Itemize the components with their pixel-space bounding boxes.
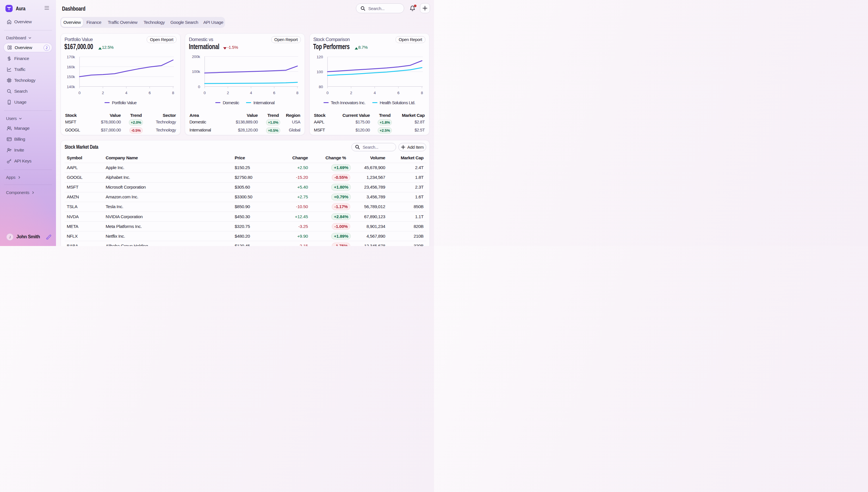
svg-text:6: 6 xyxy=(273,91,275,95)
svg-text:4: 4 xyxy=(250,91,252,95)
svg-text:4: 4 xyxy=(373,91,376,95)
svg-text:4: 4 xyxy=(125,91,127,95)
svg-text:6: 6 xyxy=(397,91,399,95)
svg-text:200k: 200k xyxy=(192,54,200,58)
svg-text:2: 2 xyxy=(350,91,352,95)
svg-text:150k: 150k xyxy=(67,75,75,79)
svg-text:170k: 170k xyxy=(67,55,75,59)
svg-text:8: 8 xyxy=(172,91,174,95)
svg-text:0: 0 xyxy=(326,91,328,95)
svg-text:160k: 160k xyxy=(67,65,75,69)
svg-text:0: 0 xyxy=(78,91,80,95)
svg-text:100k: 100k xyxy=(192,70,200,74)
svg-text:8: 8 xyxy=(421,91,423,95)
svg-text:6: 6 xyxy=(149,91,151,95)
svg-text:80: 80 xyxy=(319,84,323,89)
svg-text:140k: 140k xyxy=(67,84,75,89)
svg-text:100: 100 xyxy=(317,70,323,74)
svg-text:2: 2 xyxy=(102,91,104,95)
svg-text:0: 0 xyxy=(203,91,205,95)
svg-text:2: 2 xyxy=(227,91,229,95)
svg-text:0: 0 xyxy=(198,84,200,89)
svg-text:8: 8 xyxy=(296,91,298,95)
svg-text:120: 120 xyxy=(317,55,323,59)
